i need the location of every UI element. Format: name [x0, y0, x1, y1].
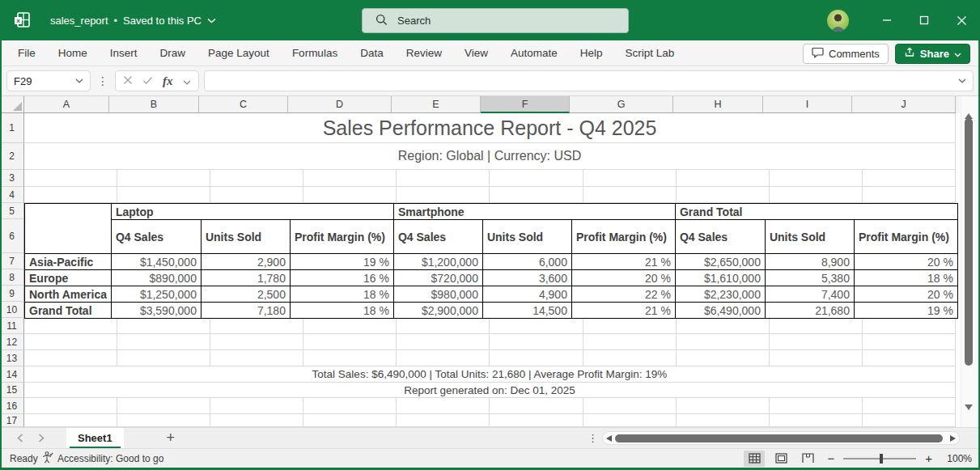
grid-cell-I3[interactable]	[770, 170, 863, 187]
ribbon-tab-view[interactable]: View	[453, 40, 499, 66]
zoom-slider-thumb[interactable]	[880, 454, 883, 464]
row-label-asia-pacific[interactable]: Asia-Pacific	[25, 254, 112, 270]
grid-cell-A16[interactable]	[24, 398, 117, 414]
grid-cell-E3[interactable]	[397, 170, 490, 187]
grid-cell-I17[interactable]	[770, 414, 863, 427]
table-cell[interactable]: 1,780	[201, 270, 290, 286]
table-cell[interactable]: 21 %	[571, 254, 675, 270]
grid-cell-A13[interactable]	[24, 350, 117, 366]
grid-cell-F16[interactable]	[490, 398, 583, 414]
row-header-9[interactable]: 9	[0, 286, 24, 302]
account-avatar[interactable]	[827, 10, 849, 32]
table-cell[interactable]: 20 %	[571, 270, 675, 286]
grid-cell-D11[interactable]	[303, 318, 397, 334]
ribbon-tab-insert[interactable]: Insert	[99, 40, 149, 66]
formula-input[interactable]	[211, 75, 959, 87]
table-cell[interactable]: 18 %	[290, 286, 393, 303]
grid-cell-C3[interactable]	[210, 170, 303, 187]
table-cell[interactable]: 4,900	[482, 286, 571, 303]
grid-cell-C13[interactable]	[210, 350, 303, 366]
add-sheet-button[interactable]: +	[161, 430, 180, 447]
ribbon-tab-automate[interactable]: Automate	[499, 40, 569, 66]
table-cell[interactable]: 3,600	[482, 270, 571, 286]
merged-cell-row-2[interactable]: Region: Global | Currency: USD	[24, 143, 956, 170]
grid-cell-A11[interactable]	[24, 318, 117, 334]
row-header-7[interactable]: 7	[0, 253, 24, 269]
metric-header-profit-margin-[interactable]: Profit Margin (%)	[854, 220, 957, 254]
grid-cell-B3[interactable]	[117, 170, 210, 187]
table-cell[interactable]: 19 %	[854, 303, 957, 319]
grid-cell-E13[interactable]	[397, 350, 490, 366]
grid-cell-C12[interactable]	[210, 334, 303, 350]
vertical-scrollbar[interactable]	[961, 96, 977, 427]
grid-cell-A12[interactable]	[24, 334, 117, 350]
view-page-layout-button[interactable]	[770, 451, 791, 467]
grid-cell-J11[interactable]	[863, 318, 956, 334]
grid-cell-I12[interactable]	[770, 334, 863, 350]
column-header-f[interactable]: F	[481, 96, 570, 113]
row-header-5[interactable]: 5	[0, 203, 24, 219]
grid-cell-H4[interactable]	[677, 187, 770, 203]
row-label-north-america[interactable]: North America	[25, 286, 112, 303]
scroll-down-icon[interactable]	[965, 410, 973, 422]
row-header-16[interactable]: 16	[0, 398, 24, 414]
grid-cell-J12[interactable]	[863, 334, 956, 350]
grid-cell-D17[interactable]	[303, 414, 397, 427]
merged-cell-row-1[interactable]: Sales Performance Report - Q4 2025	[24, 113, 956, 143]
grid-cell-C4[interactable]	[210, 187, 303, 203]
metric-header-q4-sales[interactable]: Q4 Sales	[393, 220, 482, 254]
grid-cell-B17[interactable]	[117, 414, 210, 427]
vertical-scrollbar-thumb[interactable]	[965, 118, 973, 366]
insert-function-icon[interactable]: fx	[163, 74, 173, 88]
section-header-grand-total[interactable]: Grand Total	[675, 204, 957, 220]
grid-cell-H13[interactable]	[677, 350, 770, 366]
grid-cell-F12[interactable]	[490, 334, 583, 350]
grid-cell-E17[interactable]	[397, 414, 490, 427]
grid-cell-I16[interactable]	[770, 398, 863, 414]
grid-cell-G16[interactable]	[583, 398, 677, 414]
table-cell[interactable]: $1,610,000	[675, 270, 765, 286]
search-box[interactable]: Search	[362, 8, 629, 33]
ribbon-tab-help[interactable]: Help	[569, 40, 614, 66]
grid-cell-F3[interactable]	[490, 170, 583, 187]
metric-header-units-sold[interactable]: Units Sold	[482, 220, 571, 254]
row-header-12[interactable]: 12	[0, 334, 24, 350]
ribbon-tab-script-lab[interactable]: Script Lab	[614, 40, 686, 66]
merged-cell-row-14[interactable]: Total Sales: $6,490,000 | Total Units: 2…	[24, 366, 956, 383]
table-cell[interactable]: 22 %	[571, 286, 675, 303]
grid-cell-H12[interactable]	[677, 334, 770, 350]
maximize-button[interactable]	[906, 0, 943, 40]
row-label-grand-total[interactable]: Grand Total	[25, 303, 112, 319]
table-cell[interactable]: $1,200,000	[393, 254, 482, 270]
grid-cell-H17[interactable]	[677, 414, 770, 427]
close-button[interactable]	[943, 0, 980, 40]
table-cell[interactable]: 21 %	[571, 303, 675, 319]
grid-cell-G4[interactable]	[583, 187, 677, 203]
table-cell[interactable]: $720,000	[393, 270, 482, 286]
table-cell[interactable]: 20 %	[854, 254, 957, 270]
grid-cell-A17[interactable]	[24, 414, 117, 427]
row-header-4[interactable]: 4	[0, 187, 24, 203]
grid-cell-F4[interactable]	[490, 187, 583, 203]
table-cell[interactable]: 14,500	[482, 303, 571, 319]
cancel-icon[interactable]	[123, 75, 133, 87]
fx-chevron-icon[interactable]	[183, 75, 191, 87]
table-cell[interactable]: 7,400	[765, 286, 854, 303]
grid-cell-H16[interactable]	[677, 398, 770, 414]
row-header-15[interactable]: 15	[0, 383, 24, 398]
grid-cell-B11[interactable]	[117, 318, 210, 334]
ribbon-tab-formulas[interactable]: Formulas	[281, 40, 349, 66]
table-cell[interactable]: $890,000	[111, 270, 201, 286]
table-cell[interactable]: 8,900	[765, 254, 854, 270]
tabbar-dots-icon[interactable]: ⋮	[588, 432, 598, 444]
table-cell[interactable]: $1,250,000	[111, 286, 201, 303]
table-cell[interactable]: 7,180	[201, 303, 290, 319]
row-label-europe[interactable]: Europe	[25, 270, 112, 286]
grid-cell-B13[interactable]	[117, 350, 210, 366]
grid-cell-F17[interactable]	[490, 414, 583, 427]
table-cell[interactable]: 6,000	[482, 254, 571, 270]
grid-cell-C17[interactable]	[210, 414, 303, 427]
sheet-tab-sheet1[interactable]: Sheet1	[66, 428, 124, 449]
table-cell[interactable]: 2,500	[201, 286, 290, 303]
grid-cell-D3[interactable]	[303, 170, 397, 187]
